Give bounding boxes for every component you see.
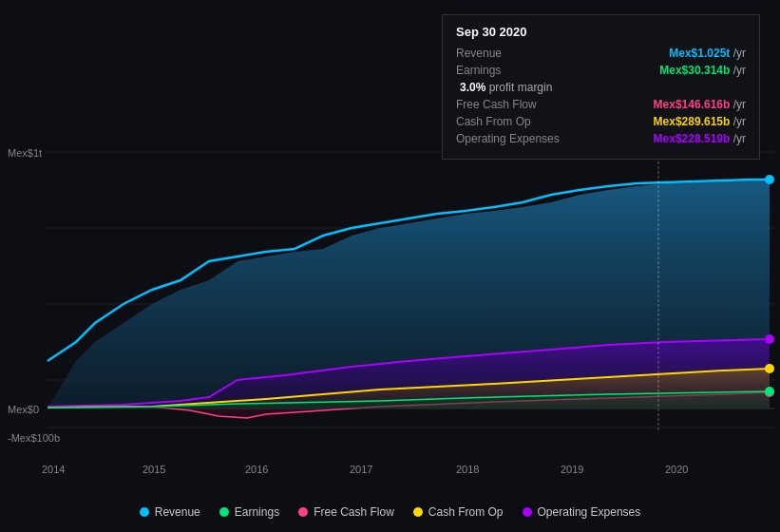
tooltip-row-earnings: Earnings Mex$30.314b /yr: [456, 64, 746, 77]
x-label-2016: 2016: [245, 464, 268, 475]
svg-point-12: [765, 387, 774, 396]
legend-item-revenue[interactable]: Revenue: [140, 505, 200, 519]
svg-point-9: [765, 334, 774, 344]
legend-dot-fcf: [298, 507, 308, 517]
tooltip-row-revenue: Revenue Mex$1.025t /yr: [456, 47, 746, 60]
tooltip-row-cashop: Cash From Op Mex$289.615b /yr: [456, 115, 746, 128]
tooltip-label-revenue: Revenue: [456, 47, 502, 60]
legend-item-opexp[interactable]: Operating Expenses: [523, 505, 641, 519]
tooltip-profit-margin: 3.0% profit margin: [456, 81, 746, 94]
x-label-2019: 2019: [561, 464, 583, 475]
chart-legend: Revenue Earnings Free Cash Flow Cash Fro…: [0, 505, 780, 519]
tooltip-date: Sep 30 2020: [456, 25, 746, 39]
legend-label-cashop: Cash From Op: [428, 505, 504, 519]
tooltip-label-cashop: Cash From Op: [456, 115, 531, 128]
tooltip-row-fcf: Free Cash Flow Mex$146.616b /yr: [456, 98, 746, 111]
tooltip-label-earnings: Earnings: [456, 64, 501, 77]
legend-item-fcf[interactable]: Free Cash Flow: [298, 505, 394, 519]
legend-item-earnings[interactable]: Earnings: [219, 505, 279, 519]
legend-label-opexp: Operating Expenses: [538, 505, 641, 519]
legend-dot-earnings: [219, 507, 229, 517]
tooltip-value-opexp: Mex$228.519b /yr: [654, 132, 746, 145]
x-label-2017: 2017: [350, 464, 372, 475]
y-axis-top-label: Mex$1t: [8, 147, 42, 159]
y-axis-bottom-label: -Mex$100b: [8, 432, 60, 444]
svg-point-8: [765, 175, 774, 184]
chart-container: Mex$1t Mex$0 -Mex$100b 2014 2015 2016 20…: [0, 0, 780, 532]
legend-dot-revenue: [140, 507, 149, 517]
tooltip-value-fcf: Mex$146.616b /yr: [654, 98, 746, 111]
x-label-2014: 2014: [42, 464, 65, 475]
tooltip-label-fcf: Free Cash Flow: [456, 98, 537, 111]
tooltip-box: Sep 30 2020 Revenue Mex$1.025t /yr Earni…: [442, 14, 760, 160]
tooltip-row-opexp: Operating Expenses Mex$228.519b /yr: [456, 132, 746, 145]
legend-dot-cashop: [413, 507, 423, 517]
tooltip-value-revenue: Mex$1.025t /yr: [669, 47, 746, 60]
svg-point-10: [765, 364, 774, 373]
tooltip-value-earnings: Mex$30.314b /yr: [659, 64, 746, 77]
y-axis-zero-label: Mex$0: [8, 404, 39, 415]
legend-label-earnings: Earnings: [235, 505, 279, 519]
x-label-2020: 2020: [665, 464, 688, 475]
legend-dot-opexp: [523, 507, 532, 517]
legend-item-cashop[interactable]: Cash From Op: [413, 505, 504, 519]
legend-label-fcf: Free Cash Flow: [314, 505, 394, 519]
x-label-2015: 2015: [143, 464, 165, 475]
tooltip-label-opexp: Operating Expenses: [456, 132, 560, 145]
legend-label-revenue: Revenue: [155, 505, 200, 519]
tooltip-value-cashop: Mex$289.615b /yr: [654, 115, 746, 128]
x-label-2018: 2018: [456, 464, 479, 475]
